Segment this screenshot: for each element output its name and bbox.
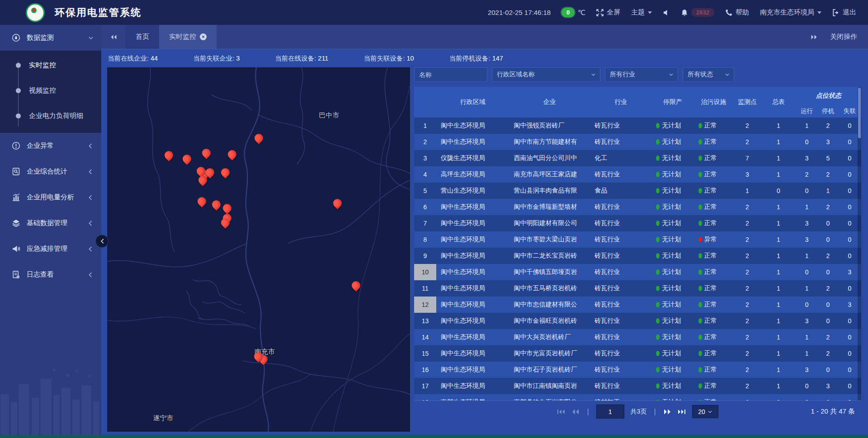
status-dot-icon	[656, 367, 660, 372]
table-row[interactable]: 6阆中生态环境局阆中市金博瑞新型墙材砖瓦行业无计划正常21120	[414, 199, 861, 215]
status-dot-icon	[698, 383, 702, 389]
prev-page-button[interactable]	[571, 409, 580, 415]
status-stat: 当前在线企业:44	[108, 54, 158, 63]
table-row[interactable]: 16阆中生态环境局阆中市石子页岩机砖厂砖瓦行业无计划正常21300	[414, 362, 861, 378]
status-dot-icon	[698, 188, 702, 193]
status-dot-icon	[698, 172, 702, 177]
table-row[interactable]: 12阆中生态环境局阆中市忠信建材有限公砖瓦行业无计划正常21003	[414, 297, 861, 313]
sidebar-subitem-实时监控[interactable]: 实时监控	[0, 52, 101, 78]
notification-badge: 2632	[691, 8, 714, 17]
table-row[interactable]: 14阆中生态环境局阆中大兴页岩机砖厂砖瓦行业无计划正常21120	[414, 329, 861, 345]
sidebar-collapse-button[interactable]	[95, 235, 108, 248]
status-dot-icon	[698, 286, 702, 291]
sidebar-subitem-视频监控[interactable]: 视频监控	[0, 78, 101, 103]
top-bar: 环保用电监管系统 2021-02-25 17:46:18 0 ℃ 全屏 主题 2…	[0, 0, 868, 25]
theme-menu[interactable]: 主题	[631, 8, 652, 17]
map-city-label: 遂宁市	[153, 414, 173, 423]
table-row[interactable]: 11阆中生态环境局阆中市五马桥页岩机砖砖瓦行业无计划正常21120	[414, 280, 861, 297]
sidebar-item-企业综合统计[interactable]: 企业综合统计	[0, 159, 101, 184]
sidebar-item-日志查看[interactable]: 日志查看	[0, 262, 101, 287]
status-dot-icon	[698, 302, 702, 307]
help-button[interactable]: 帮助	[725, 8, 749, 17]
tab-首页[interactable]: 首页	[126, 25, 159, 49]
sidebar-item-企业异常[interactable]: 企业异常	[0, 133, 101, 159]
status-dot-icon	[656, 188, 660, 193]
table-row[interactable]: 15阆中生态环境局阆中市光富页岩机砖厂砖瓦行业无计划正常21120	[414, 345, 861, 362]
table-row[interactable]: 3仪陇生态环境局西南油气田分公司川中化工无计划正常71350	[414, 150, 861, 166]
chevron-down-icon	[669, 73, 673, 76]
tabs-scroll-right-button[interactable]	[811, 34, 817, 40]
enterprise-table: 行政区域企业行业停限产治污设施监测点总表点位状态 运行停机失联 1阆中生态环境局…	[414, 87, 861, 400]
status-dot-icon	[656, 123, 660, 128]
sidebar-item-基础数据管理[interactable]: 基础数据管理	[0, 210, 101, 236]
table-row[interactable]: 2阆中生态环境局阆中市南方节能建材有砖瓦行业无计划正常21030	[414, 134, 861, 150]
chevron-left-icon	[89, 246, 93, 252]
last-page-button[interactable]	[678, 409, 686, 415]
table-row[interactable]: 10阆中生态环境局阆中千佛镇五郎垭页岩砖瓦行业无计划正常21003	[414, 264, 861, 280]
region-filter-select[interactable]: 行政区域名称	[492, 67, 600, 82]
sound-button[interactable]	[663, 9, 670, 16]
temperature-unit: ℃	[578, 9, 585, 17]
table-row[interactable]: 8阆中生态环境局阆中市枣碧大梁山页岩砖瓦行业无计划异常21300	[414, 231, 861, 248]
sidebar-item-数据监测[interactable]: 数据监测	[0, 25, 101, 51]
table-row[interactable]: 9阆中生态环境局阆中市二龙长宝页岩砖砖瓦行业无计划正常21120	[414, 248, 861, 264]
bullet-dot-icon	[16, 63, 21, 68]
table-row[interactable]: 13阆中生态环境局阆中市金福旺页岩机砖砖瓦行业无计划正常21300	[414, 313, 861, 329]
status-dot-icon	[698, 253, 702, 259]
map-panel[interactable]: 巴中市南充市遂宁市	[107, 67, 410, 432]
table-row[interactable]: 5营山生态环境局营山县润丰肉食品有限食品无计划正常10010	[414, 183, 861, 199]
next-page-button[interactable]	[663, 409, 671, 415]
fullscreen-button[interactable]: 全屏	[596, 8, 620, 17]
status-stat: 当前在线设备:211	[275, 54, 328, 63]
chevron-down-icon	[817, 11, 821, 14]
temperature-value: 0	[561, 8, 575, 17]
status-summary-bar: 当前在线企业:44当前失联企业:3当前在线设备:211当前失联设备:10当前停机…	[101, 49, 868, 67]
status-dot-icon	[698, 318, 702, 324]
column-group-header: 点位状态	[796, 87, 861, 105]
table-row[interactable]: 7阆中生态环境局阆中明阳建材有限公司砖瓦行业无计划正常21300	[414, 215, 861, 231]
close-icon[interactable]: ×	[200, 33, 207, 40]
stats-icon	[12, 167, 20, 176]
table-row[interactable]: 18南部生态环境局南部县砖化页岩有限公建材加工无计划正常60060	[414, 394, 861, 400]
app-logo	[26, 3, 45, 22]
table-row[interactable]: 4高坪生态环境局南充市高坪区王家店建砖瓦行业无计划正常31220	[414, 166, 861, 183]
table-row[interactable]: 17阆中生态环境局阆中市江南镇阆南页岩砖瓦行业无计划正常21030	[414, 378, 861, 394]
notifications[interactable]: 2632	[681, 8, 714, 17]
industry-filter-select[interactable]: 所有行业	[605, 67, 678, 82]
sidebar-item-应急减排管理[interactable]: 应急减排管理	[0, 236, 101, 262]
page-number-input[interactable]	[596, 405, 624, 419]
column-subheader: 停机	[818, 105, 838, 118]
tabs-scroll-left-button[interactable]	[101, 25, 126, 49]
chevron-down-icon	[648, 11, 652, 14]
status-dot-icon	[656, 334, 660, 340]
status-dot-icon	[698, 237, 702, 242]
datetime: 2021-02-25 17:46:18	[488, 9, 551, 16]
scrollbar-thumb[interactable]	[858, 88, 861, 138]
tab-实时监控[interactable]: 实时监控×	[159, 25, 217, 49]
status-dot-icon	[698, 123, 702, 128]
status-dot-icon	[656, 318, 660, 324]
table-scrollbar[interactable]	[858, 87, 861, 400]
record-range-label: 1 - 20 共 47 条	[811, 407, 861, 416]
status-dot-icon	[698, 334, 702, 340]
chart-icon	[12, 193, 20, 202]
chevron-left-icon	[89, 195, 93, 200]
column-subheader: 运行	[796, 105, 818, 118]
first-page-button[interactable]	[557, 409, 565, 415]
status-dot-icon	[656, 155, 660, 161]
sidebar-subitem-企业电力负荷明细[interactable]: 企业电力负荷明细	[0, 103, 101, 128]
pagination-bar: | 共3页 | 20 1 - 20 共 47 条	[414, 400, 861, 422]
page-size-select[interactable]: 20	[692, 405, 718, 418]
status-stat: 当前失联企业:3	[193, 54, 240, 63]
name-filter-input[interactable]	[415, 71, 487, 78]
sidebar-item-企业用电量分析[interactable]: 企业用电量分析	[0, 184, 101, 210]
status-filter-select[interactable]: 所有状态	[683, 67, 734, 82]
temperature: 0 ℃	[561, 8, 585, 17]
alert-icon	[12, 141, 20, 150]
sidebar: 数据监测实时监控视频监控企业电力负荷明细企业异常企业综合统计企业用电量分析基础数…	[0, 25, 101, 438]
logout-button[interactable]: 退出	[832, 8, 856, 17]
table-row[interactable]: 1阆中生态环境局阆中强锐页岩砖厂砖瓦行业无计划正常21120	[414, 118, 861, 134]
column-header: 行业	[590, 87, 651, 118]
close-operations-menu[interactable]: 关闭操作	[830, 33, 857, 41]
org-menu[interactable]: 南充市生态环境局	[760, 8, 821, 17]
